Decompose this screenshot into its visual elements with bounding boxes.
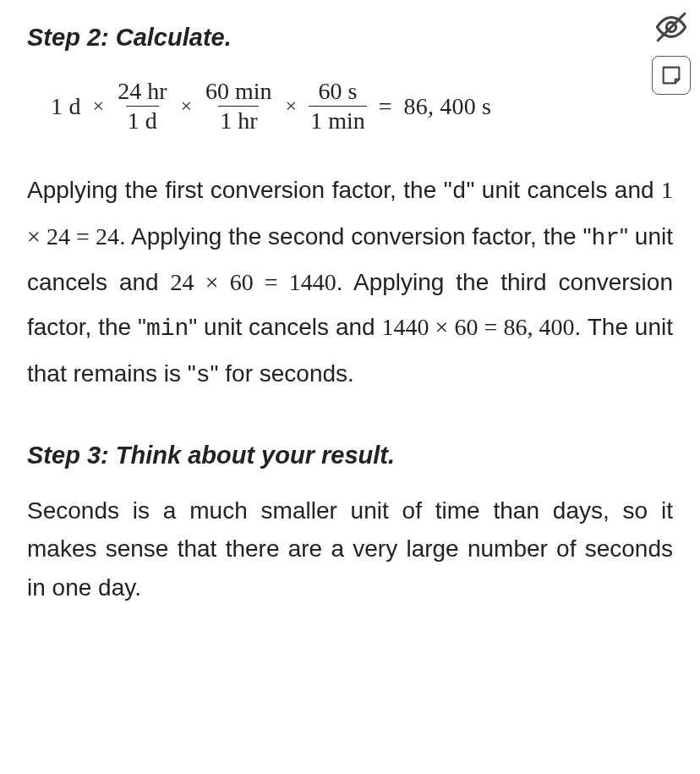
exp-t3: . Applying the second conversion factor,… [119,223,592,250]
step2-title: Step 2: Calculate. [27,20,673,55]
times-3: × [286,92,298,121]
note-icon[interactable] [652,56,691,95]
step3-text: Seconds is a much smaller unit of time t… [27,491,673,607]
times-2: × [180,92,192,121]
frac1-num: 24 hr [116,79,168,107]
frac3-num: 60 s [316,79,358,107]
equals-sign: = [379,90,392,123]
exp-t8: " for seconds. [211,360,354,387]
exp-t1: Applying the first conversion factor, th… [27,177,452,203]
exp-t6: " unit cancels and [189,314,381,340]
frac2-num: 60 min [204,79,274,107]
frac2-den: 1 hr [218,106,259,134]
step2-explanation: Applying the first conversion factor, th… [27,168,673,398]
unit-min: min [146,316,189,342]
frac3-den: 1 min [309,106,367,134]
fraction-3: 60 s 1 min [309,79,367,135]
frac1-den: 1 d [126,106,159,134]
fraction-1: 24 hr 1 d [116,79,168,135]
math-3: 1440 × 60 = 86, 400 [382,314,575,340]
math-2: 24 × 60 = 1440 [171,269,336,295]
unit-hr: hr [591,225,620,251]
conversion-equation: 1 d × 24 hr 1 d × 60 min 1 hr × 60 s 1 m… [51,79,673,135]
equation-result: 86, 400 s [404,90,492,123]
times-1: × [93,92,105,121]
hide-icon[interactable] [649,8,693,46]
unit-s: s [196,362,211,388]
step3-title: Step 3: Think about your result. [27,438,673,473]
exp-t2: " unit cancels and [466,177,661,203]
equation-lead: 1 d [51,90,81,123]
fraction-2: 60 min 1 hr [204,79,274,135]
unit-d: d [452,178,467,205]
toolbar-icons [649,8,693,95]
